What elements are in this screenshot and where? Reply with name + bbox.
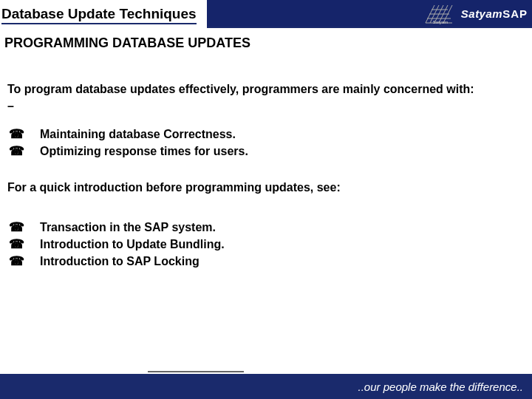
footer-left [0, 374, 266, 399]
footer-divider [148, 371, 244, 372]
satyam-logo-icon: Satyam [424, 2, 457, 24]
bullet-text: Transaction in the SAP system. [40, 221, 216, 234]
list-item: ☎ Optimizing response times for users. [9, 143, 525, 159]
slide-title: Database Update Techniques [1, 6, 197, 24]
slide-header: Database Update Techniques Satyam [0, 0, 532, 28]
phone-icon: ☎ [9, 236, 22, 252]
svg-text:Satyam: Satyam [433, 20, 448, 24]
header-title-background: Database Update Techniques [0, 0, 207, 28]
bullet-text: Optimizing response times for users. [40, 145, 248, 158]
bullet-text: Introduction to Update Bundling. [40, 238, 225, 251]
slide-subtitle: PROGRAMMING DATABASE UPDATES [0, 28, 532, 51]
list-item: ☎ Introduction to Update Bundling. [9, 236, 525, 252]
intro-text: To program database updates effectively,… [7, 82, 525, 97]
see-also-text: For a quick introduction before programm… [7, 181, 525, 194]
logo-area: Satyam SatyamSAP [424, 2, 528, 24]
bullet-list-2: ☎ Transaction in the SAP system. ☎ Intro… [7, 219, 525, 269]
bullet-text: Introduction to SAP Locking [40, 255, 200, 268]
phone-icon: ☎ [9, 253, 22, 269]
phone-icon: ☎ [9, 143, 22, 159]
brand-italic: Satyam [461, 7, 502, 20]
slide-footer: ..our people make the difference.. [0, 374, 532, 399]
list-item: ☎ Transaction in the SAP system. [9, 219, 525, 235]
phone-icon: ☎ [9, 219, 22, 235]
dash-separator: – [7, 100, 525, 113]
phone-icon: ☎ [9, 126, 22, 142]
footer-tagline: ..our people make the difference.. [266, 374, 532, 399]
brand-text: SatyamSAP [461, 7, 528, 20]
bullet-list-1: ☎ Maintaining database Correctness. ☎ Op… [7, 126, 525, 159]
slide-content: To program database updates effectively,… [0, 51, 532, 269]
brand-sap: SAP [502, 7, 528, 20]
list-item: ☎ Introduction to SAP Locking [9, 253, 525, 269]
bullet-text: Maintaining database Correctness. [40, 128, 236, 141]
list-item: ☎ Maintaining database Correctness. [9, 126, 525, 142]
